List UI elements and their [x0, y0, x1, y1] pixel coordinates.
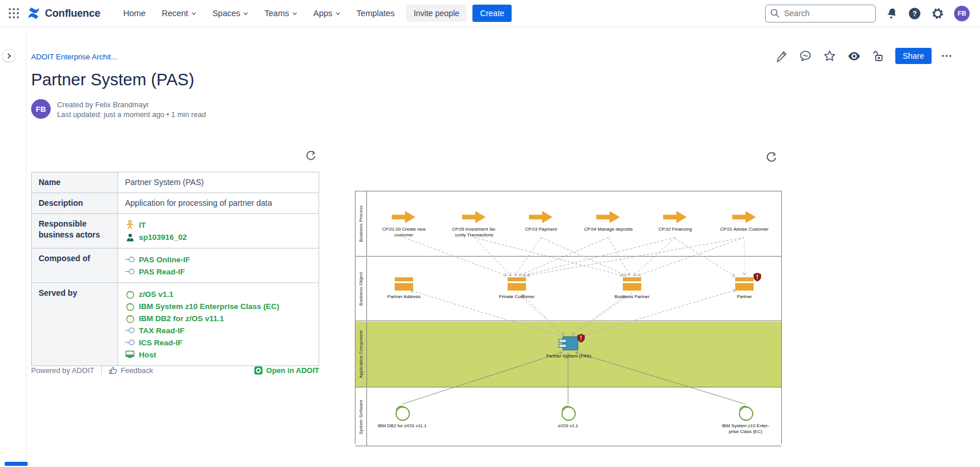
- object-link-row: PAS Read-IF: [125, 266, 312, 277]
- object-link[interactable]: IT: [139, 220, 146, 231]
- nav-item-apps[interactable]: Apps: [305, 0, 349, 27]
- business-object-node[interactable]: Partner Address: [372, 277, 436, 300]
- object-link-row: IBM System z10 Enterprise Class (EC): [125, 300, 312, 312]
- nav-item-home[interactable]: Home: [115, 0, 154, 27]
- system-software-icon: [535, 404, 601, 421]
- interface-icon: [125, 338, 135, 347]
- watch-icon[interactable]: [845, 48, 864, 64]
- business-object-icon: [372, 277, 436, 292]
- property-label: Name: [32, 172, 118, 193]
- adoit-diagram: Business ProcessBusiness ObjectApplicati…: [355, 191, 782, 444]
- confluence-logo[interactable]: Confluence: [27, 6, 100, 20]
- table-row: NamePartner System (PAS): [32, 172, 319, 193]
- thumbs-up-icon: [109, 366, 118, 375]
- chevron-down-icon: [292, 9, 297, 18]
- process-node[interactable]: CP.01.00 Create new customer: [372, 209, 436, 238]
- process-node[interactable]: CP.04 Manage deposits: [576, 209, 641, 232]
- object-link[interactable]: ICS Read-IF: [139, 337, 183, 348]
- property-label: Description: [32, 193, 118, 214]
- system-software-label: IBM System z10 Enter- prise Class (EC): [712, 423, 779, 435]
- help-icon[interactable]: ?: [908, 7, 921, 20]
- table-row: Responsible business actorsITsp103916_02: [32, 214, 319, 248]
- system-software-node[interactable]: IBM DB2 for z/OS v11.1: [369, 404, 436, 429]
- nav-item-teams[interactable]: Teams: [256, 0, 305, 27]
- nav-item-spaces[interactable]: Spaces: [205, 0, 256, 27]
- settings-gear-icon[interactable]: [931, 7, 944, 20]
- star-icon[interactable]: [820, 48, 839, 64]
- open-in-adoit-link[interactable]: Open in ADOIT: [254, 366, 319, 375]
- comment-icon[interactable]: [796, 48, 815, 64]
- host-icon: [125, 350, 135, 359]
- business-object-label: Partner: [712, 294, 777, 300]
- sidebar-divider: [26, 33, 27, 467]
- feedback-link[interactable]: Feedback: [109, 366, 153, 375]
- properties-table: NamePartner System (PAS)DescriptionAppli…: [31, 172, 319, 366]
- process-arrow-icon: [576, 209, 641, 225]
- process-node[interactable]: CP.03 Payment: [509, 209, 573, 232]
- process-node[interactable]: CP.05 Investment Se- curity Transactions: [442, 209, 506, 238]
- business-object-label: Private Customer: [485, 294, 549, 300]
- breadcrumb[interactable]: ADOIT Enterprise Archit...: [31, 52, 117, 61]
- created-by-text: Created by Felix Brandmayr: [57, 100, 206, 110]
- svg-text:?: ?: [913, 10, 917, 18]
- process-label: CP.01.00 Create new customer: [372, 227, 436, 238]
- person-icon: [125, 233, 135, 242]
- refresh-diagram-icon[interactable]: [765, 150, 778, 164]
- property-value: z/OS v1.1IBM System z10 Enterprise Class…: [118, 283, 319, 366]
- create-button[interactable]: Create: [472, 5, 512, 22]
- search-input[interactable]: [765, 5, 876, 22]
- process-arrow-icon: [372, 209, 436, 225]
- top-nav-bar: Confluence HomeRecentSpacesTeamsAppsTemp…: [0, 0, 980, 27]
- edit-icon[interactable]: [772, 48, 791, 64]
- process-arrow-icon: [712, 209, 777, 225]
- business-object-node[interactable]: Business Partner: [600, 277, 664, 300]
- page-title: Partner System (PAS): [31, 70, 194, 89]
- object-link[interactable]: Host: [139, 349, 156, 360]
- object-link[interactable]: IBM DB2 for z/OS v11.1: [139, 313, 224, 324]
- more-actions-icon[interactable]: [937, 48, 956, 64]
- object-link[interactable]: PAS Online-IF: [139, 254, 190, 265]
- process-arrow-icon: [643, 209, 707, 225]
- rail-scrollbar-thumb[interactable]: [5, 462, 28, 466]
- object-link[interactable]: z/OS v1.1: [139, 289, 173, 300]
- process-label: CP.02 Financing: [643, 227, 707, 232]
- business-object-node[interactable]: Private Customer: [485, 277, 549, 300]
- unlock-icon[interactable]: [869, 48, 888, 64]
- system-software-icon: [712, 404, 779, 421]
- nav-item-templates[interactable]: Templates: [349, 0, 403, 27]
- property-value: Application for processing of partner da…: [118, 193, 319, 214]
- app-switcher-icon[interactable]: [5, 4, 23, 22]
- syssoft-icon: [125, 302, 135, 311]
- invite-people-button[interactable]: Invite people: [406, 5, 467, 22]
- notifications-icon[interactable]: [886, 7, 898, 20]
- confluence-logo-icon: [27, 6, 41, 20]
- search-box: [765, 5, 876, 22]
- property-label: Composed of: [32, 248, 118, 283]
- byline: FB Created by Felix Brandmayr Last updat…: [31, 99, 206, 119]
- object-link[interactable]: IBM System z10 Enterprise Class (EC): [139, 301, 279, 312]
- author-avatar[interactable]: FB: [31, 99, 51, 119]
- system-software-node[interactable]: IBM System z10 Enter- prise Class (EC): [712, 404, 779, 435]
- business-object-icon: [600, 277, 664, 292]
- object-link[interactable]: sp103916_02: [139, 232, 187, 243]
- system-software-icon: [369, 404, 436, 421]
- property-label: Responsible business actors: [32, 214, 118, 248]
- footer-divider: [101, 366, 102, 375]
- system-software-node[interactable]: z/OS v1.1: [535, 404, 601, 429]
- object-link[interactable]: TAX Read-IF: [139, 325, 184, 336]
- primary-nav: HomeRecentSpacesTeamsAppsTemplates: [115, 0, 403, 27]
- expand-sidebar-button[interactable]: [2, 49, 16, 62]
- share-button[interactable]: Share: [895, 48, 932, 64]
- actor-icon: [125, 220, 135, 229]
- business-object-node[interactable]: !Partner: [712, 277, 777, 300]
- nav-item-recent[interactable]: Recent: [154, 0, 205, 27]
- user-avatar[interactable]: FB: [954, 6, 970, 21]
- embed-footer: Powered by ADOIT Feedback Open in ADOIT: [31, 366, 319, 375]
- last-updated-text: Last updated: just a moment ago • 1 min …: [57, 110, 206, 119]
- process-node[interactable]: CP.02 Financing: [643, 209, 707, 232]
- process-node[interactable]: CP.01 Advise Customer: [712, 209, 777, 232]
- chevron-down-icon: [243, 9, 248, 18]
- object-link[interactable]: PAS Read-IF: [139, 266, 185, 277]
- refresh-table-icon[interactable]: [304, 149, 318, 163]
- component-node[interactable]: !Partner System (PAS): [534, 336, 603, 359]
